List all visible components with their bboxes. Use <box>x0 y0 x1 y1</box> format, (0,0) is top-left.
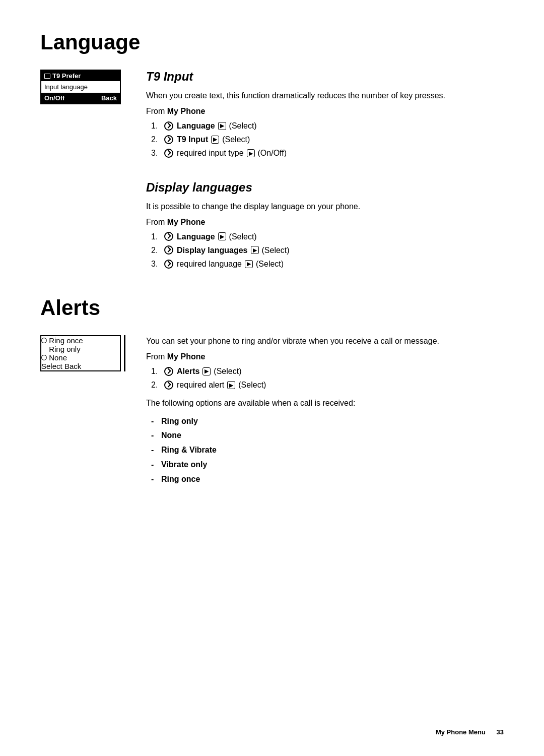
language-title: Language <box>40 30 504 54</box>
alerts-screen-footer: Select Back <box>41 362 120 370</box>
page-footer: My Phone Menu 33 <box>436 728 504 736</box>
t9-from-phone: My Phone <box>167 107 206 115</box>
t9-screen-icon <box>44 74 50 79</box>
display-step-1-icon <box>164 232 173 241</box>
alerts-step-2-select-icon: ▶ <box>227 381 235 389</box>
t9-step-3-select-icon: ▶ <box>247 149 255 157</box>
display-step-2-num: 2. <box>151 243 160 257</box>
t9-from-line: From My Phone <box>146 107 504 116</box>
t9-screen-title: T9 Prefer <box>52 72 81 80</box>
t9-subtitle: T9 Input <box>146 70 504 84</box>
t9-step-3: 3. required input type ▶(On/Off) <box>151 146 504 160</box>
t9-content: T9 Input When you create text, this func… <box>146 70 504 165</box>
alerts-step-1-select-icon: ▶ <box>202 367 211 375</box>
alerts-from-phone: My Phone <box>167 352 206 361</box>
alerts-content: You can set your phone to ring and/or vi… <box>146 335 504 486</box>
display-from-line: From My Phone <box>146 218 504 227</box>
display-step-3-icon <box>164 260 173 269</box>
display-step-2-bold: Display languages <box>177 243 248 257</box>
alerts-screen: Ring once Ring only None Select Back <box>40 335 121 371</box>
display-step-1-bold: Language <box>177 230 215 243</box>
display-step-3-num: 3. <box>151 257 160 271</box>
t9-footer-right[interactable]: Back <box>101 94 117 102</box>
alerts-step-2-num: 2. <box>151 378 160 392</box>
footer-text: My Phone Menu <box>436 728 486 736</box>
display-step-1-num: 1. <box>151 230 160 243</box>
t9-step-1: 1. Language ▶(Select) <box>151 119 504 133</box>
alerts-option-none: None <box>151 428 504 443</box>
alerts-footer-right[interactable]: Back <box>64 362 81 370</box>
t9-step-1-select-icon: ▶ <box>218 122 226 130</box>
t9-step-2-icon <box>164 135 173 144</box>
alerts-step-1-icon <box>164 367 173 376</box>
t9-step-2-select-icon: ▶ <box>211 136 219 144</box>
display-step-2: 2. Display languages ▶(Select) <box>151 243 504 257</box>
alerts-title: Alerts <box>40 296 504 320</box>
alerts-option-vibrate-only: Vibrate only <box>151 458 504 472</box>
alerts-description: You can set your phone to ring and/or vi… <box>146 335 504 347</box>
display-from-label: From <box>146 218 165 226</box>
alerts-options-list: Ring only None Ring & Vibrate Vibrate on… <box>151 414 504 487</box>
alerts-row-none: None <box>41 353 120 362</box>
t9-step-1-bold: Language <box>177 119 215 133</box>
t9-screen-footer: On/Off Back <box>41 93 120 103</box>
display-step-3-text: required language <box>177 257 242 271</box>
t9-from-label: From <box>146 107 165 115</box>
t9-description: When you create text, this function dram… <box>146 90 504 102</box>
t9-step-2-bold: T9 Input <box>177 133 208 146</box>
alerts-step-1-num: 1. <box>151 364 160 378</box>
t9-step-2: 2. T9 Input ▶(Select) <box>151 133 504 146</box>
alerts-phone-mockup: Ring once Ring only None Select Back <box>40 335 131 486</box>
display-step-1: 1. Language ▶(Select) <box>151 230 504 243</box>
alerts-step-1: 1. Alerts ▶(Select) <box>151 364 504 378</box>
display-step-3-select-icon: ▶ <box>245 260 253 268</box>
alerts-step-2: 2. required alert ▶(Select) <box>151 378 504 392</box>
display-description: It is possible to change the display lan… <box>146 201 504 213</box>
t9-screen-body-text: Input language <box>44 83 88 91</box>
alerts-option-ring-only: Ring only <box>151 414 504 429</box>
ring-only-radio <box>41 346 47 352</box>
display-step-2-icon <box>164 245 173 255</box>
t9-screen-header: T9 Prefer <box>41 71 120 81</box>
alerts-screen-wrapper: Ring once Ring only None Select Back <box>40 335 125 371</box>
alerts-following-text: The following options are available when… <box>146 397 504 409</box>
alerts-step-1-bold: Alerts <box>177 364 199 378</box>
alerts-row-ring-only: Ring only <box>41 345 120 353</box>
footer-page-number: 33 <box>497 728 504 736</box>
display-step-1-select-icon: ▶ <box>218 232 226 240</box>
display-steps: 1. Language ▶(Select) 2. Display languag… <box>151 230 504 271</box>
t9-steps: 1. Language ▶(Select) 2. T9 Input ▶(Sele… <box>151 119 504 160</box>
display-step-3: 3. required language ▶(Select) <box>151 257 504 271</box>
alerts-steps: 1. Alerts ▶(Select) 2. required alert ▶(… <box>151 364 504 392</box>
t9-step-1-icon <box>164 121 173 131</box>
alerts-row-ring-once: Ring once <box>41 336 120 345</box>
display-step-2-select-icon: ▶ <box>251 246 259 254</box>
display-subtitle: Display languages <box>146 180 504 195</box>
alerts-footer-left[interactable]: Select <box>41 362 62 370</box>
none-radio <box>41 355 47 360</box>
t9-step-3-text: required input type <box>177 146 244 160</box>
ring-once-radio <box>41 338 47 343</box>
page-content: Language T9 Prefer Input language On/Off… <box>0 0 544 542</box>
t9-step-2-num: 2. <box>151 133 160 146</box>
alerts-from-line: From My Phone <box>146 352 504 361</box>
ring-once-label: Ring once <box>49 336 83 345</box>
ring-only-label: Ring only <box>49 345 81 353</box>
alerts-vertical-bar <box>124 335 125 371</box>
none-label: None <box>49 353 67 362</box>
alerts-step-2-icon <box>164 381 173 390</box>
alerts-from-label: From <box>146 352 165 361</box>
alerts-step-2-text: required alert <box>177 378 224 392</box>
t9-input-section: T9 Prefer Input language On/Off Back T9 … <box>40 70 504 165</box>
alerts-option-ring-vibrate: Ring & Vibrate <box>151 443 504 458</box>
t9-screen: T9 Prefer Input language On/Off Back <box>40 70 121 104</box>
t9-step-3-num: 3. <box>151 146 160 160</box>
alerts-option-ring-once: Ring once <box>151 472 504 487</box>
t9-phone-mockup: T9 Prefer Input language On/Off Back <box>40 70 131 165</box>
t9-footer-left[interactable]: On/Off <box>44 94 64 102</box>
alerts-section-body: Ring once Ring only None Select Back <box>40 335 504 486</box>
t9-step-3-icon <box>164 149 173 158</box>
t9-step-1-num: 1. <box>151 119 160 133</box>
t9-screen-body: Input language <box>41 81 120 93</box>
display-languages-section: Display languages It is possible to chan… <box>146 180 504 271</box>
